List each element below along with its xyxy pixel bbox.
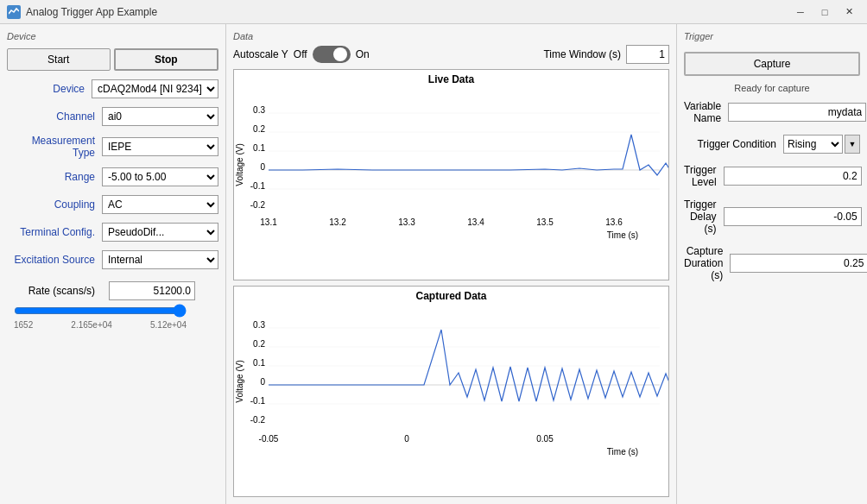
title-bar-left: Analog Trigger App Example [7,5,157,19]
cap-y-neg0.1: -0.1 [250,396,266,406]
rate-slider-container: 1652 2.165e+04 5.12e+04 [14,304,218,330]
rate-input[interactable] [109,281,195,300]
trigger-level-input[interactable] [724,167,862,186]
start-button[interactable]: Start [7,48,111,71]
trigger-condition-select[interactable]: Rising [783,135,843,154]
slider-mid-label: 2.165e+04 [71,320,112,330]
live-x-13.6: 13.6 [605,217,623,227]
live-chart-box: Live Data 0.3 0.2 0.1 0 -0.1 -0.2 Voltag… [233,69,669,280]
live-y-axis-label: Voltage (V) [235,143,244,186]
data-section-title: Data [233,31,669,41]
close-button[interactable]: ✕ [838,3,860,21]
channel-label: Channel [7,110,102,123]
time-window-row: Time Window (s) [543,45,669,64]
live-chart-title: Live Data [234,73,668,85]
channel-select[interactable]: ai0 [102,107,218,126]
maximize-button[interactable]: □ [813,3,836,21]
excitation-label: Excitation Source [7,254,102,266]
excitation-row: Excitation Source Internal [7,250,218,269]
live-signal [269,135,668,180]
main-content: Device Start Stop Device cDAQ2Mod4 [NI 9… [0,24,867,504]
trigger-level-row: Trigger Level [684,164,860,188]
cap-x-0.05: 0.05 [536,434,554,444]
live-x-13.5: 13.5 [536,217,554,227]
cap-y-neg0.2: -0.2 [250,415,266,425]
left-panel: Device Start Stop Device cDAQ2Mod4 [NI 9… [0,24,226,504]
cap-x-0: 0 [404,434,409,444]
device-section-title: Device [7,31,218,41]
terminal-label: Terminal Config. [7,226,102,238]
live-y-0.1: 0.1 [253,143,265,153]
autoscale-row: Autoscale Y Off On [233,46,370,63]
title-bar: Analog Trigger App Example ─ □ ✕ [0,0,867,24]
live-x-13.3: 13.3 [398,217,415,227]
cap-y-axis-label: Voltage (V) [235,360,244,402]
off-label: Off [294,48,307,60]
range-select[interactable]: -5.00 to 5.00 [102,167,218,186]
slider-max-label: 5.12e+04 [150,320,187,330]
cap-x-axis-label: Time (s) [607,447,638,457]
channel-row: Channel ai0 [7,107,218,126]
coupling-select[interactable]: AC [102,195,218,214]
capture-duration-input[interactable] [730,254,867,273]
center-panel: Data Autoscale Y Off On Time Window (s) … [226,24,677,504]
cap-y-0.2: 0.2 [253,339,265,349]
live-x-13.1: 13.1 [260,217,277,227]
variable-name-label: Variable Name [684,100,728,124]
window-title: Analog Trigger App Example [26,6,157,18]
start-stop-row: Start Stop [7,48,218,71]
excitation-select[interactable]: Internal [102,250,218,269]
device-select[interactable]: cDAQ2Mod4 [NI 9234] [92,79,218,98]
slider-labels: 1652 2.165e+04 5.12e+04 [14,320,187,330]
trigger-condition-row: Trigger Condition Rising ▼ [684,135,860,154]
time-window-input[interactable] [626,45,669,64]
coupling-label: Coupling [7,198,102,211]
right-panel: Trigger Capture Ready for capture Variab… [677,24,867,504]
time-window-label: Time Window (s) [543,48,621,60]
cap-y-0.1: 0.1 [253,358,265,368]
device-label: Device [7,83,92,95]
live-y-neg0.2: -0.2 [250,200,266,210]
live-x-13.4: 13.4 [467,217,484,227]
minimize-button[interactable]: ─ [789,3,812,21]
chart-container: Live Data 0.3 0.2 0.1 0 -0.1 -0.2 Voltag… [233,69,669,497]
range-label: Range [7,171,102,183]
cap-y-0.3: 0.3 [253,320,265,330]
stop-button[interactable]: Stop [114,48,219,71]
on-label: On [356,48,370,60]
trigger-condition-wrap: Rising ▼ [783,135,860,154]
device-row: Device cDAQ2Mod4 [NI 9234] [7,79,218,98]
trigger-delay-row: Trigger Delay (s) [684,198,860,235]
cap-x-neg0.05: -0.05 [259,434,279,444]
rate-label: Rate (scans/s) [7,285,102,297]
autoscale-toggle[interactable] [313,46,351,63]
terminal-select[interactable]: PseudoDif... [102,223,218,242]
trigger-delay-input[interactable] [724,207,862,226]
measurement-row: Measurement Type IEPE [7,135,218,159]
live-y-0.2: 0.2 [253,124,265,134]
trigger-condition-label: Trigger Condition [684,138,783,150]
coupling-row: Coupling AC [7,195,218,214]
measurement-select[interactable]: IEPE [102,137,218,156]
variable-name-row: Variable Name [684,100,860,124]
captured-chart-box: Captured Data 0.3 0.2 0.1 0 -0.1 -0.2 Vo… [233,286,669,497]
live-y-neg0.1: -0.1 [250,181,266,191]
trigger-section-title: Trigger [684,31,860,41]
trigger-condition-dropdown-btn[interactable]: ▼ [845,135,860,154]
captured-signal [269,330,668,401]
rate-row: Rate (scans/s) 1652 2.165e+04 5.12e+04 [7,281,218,330]
data-controls: Autoscale Y Off On Time Window (s) [233,45,669,64]
app-icon [7,5,21,19]
range-row: Range -5.00 to 5.00 [7,167,218,186]
live-y-0.3: 0.3 [253,105,265,115]
captured-chart-title: Captured Data [234,290,668,302]
capture-status: Ready for capture [684,83,860,93]
trigger-delay-label: Trigger Delay (s) [684,198,724,235]
window-controls: ─ □ ✕ [789,3,860,21]
rate-slider[interactable] [14,304,187,318]
variable-name-input[interactable] [728,103,866,122]
capture-button[interactable]: Capture [684,52,860,76]
terminal-row: Terminal Config. PseudoDif... [7,223,218,242]
rate-label-row: Rate (scans/s) [7,281,218,300]
capture-duration-label: Capture Duration (s) [684,245,730,281]
